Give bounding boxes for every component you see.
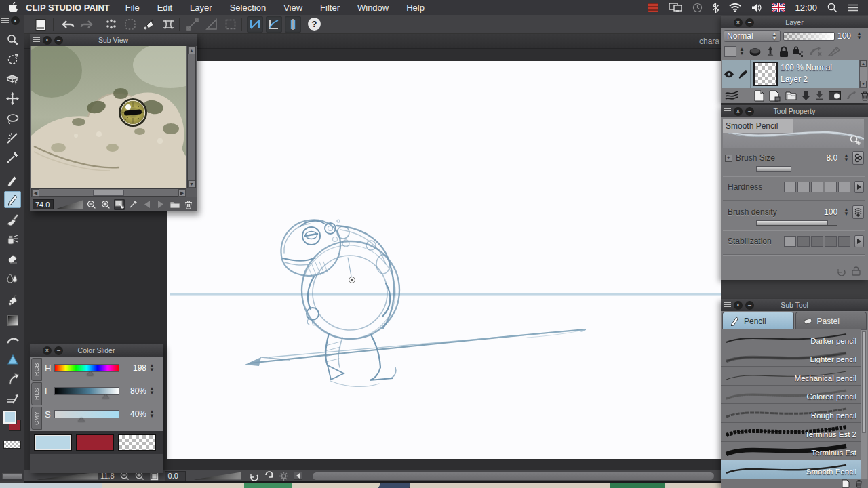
sub-view-zoom-slider[interactable] <box>56 200 83 209</box>
hue-stepper[interactable]: ▲▼ <box>149 364 155 372</box>
transparent-color-swatch[interactable] <box>3 441 21 449</box>
tool-property-menu-icon[interactable] <box>724 108 731 114</box>
blend-mode-dropdown[interactable]: Normal ▲▼ <box>724 30 781 42</box>
bluetooth-status-icon[interactable] <box>713 3 719 13</box>
lightness-value[interactable]: 80% <box>122 386 146 396</box>
scroll-right-arrow[interactable]: ▶ <box>178 189 186 197</box>
layer-color-stepper[interactable]: ▲▼ <box>739 47 745 56</box>
sub-view-minimize-icon[interactable]: – <box>54 36 63 45</box>
correct-line-tool[interactable] <box>4 390 21 407</box>
menu-help[interactable]: Help <box>397 3 433 13</box>
lightness-stepper[interactable]: ▲▼ <box>149 387 155 395</box>
color-slider-close-icon[interactable]: × <box>43 346 52 355</box>
straight-line-icon[interactable] <box>184 16 201 33</box>
menu-file[interactable]: File <box>117 3 149 13</box>
menu-filter[interactable]: Filter <box>311 3 349 13</box>
eyedropper-tool[interactable] <box>4 149 21 166</box>
saturation-value[interactable]: 40% <box>122 409 146 419</box>
deselect-icon[interactable] <box>122 16 138 33</box>
zoom-tool[interactable] <box>4 31 21 48</box>
rotate-canvas-tool[interactable] <box>4 51 21 68</box>
sub-view-close-icon[interactable]: × <box>43 36 52 45</box>
sub-view-prev-icon[interactable] <box>142 199 153 210</box>
stabilization-expand-button[interactable] <box>854 235 864 247</box>
color-slider-minimize-icon[interactable]: – <box>54 346 63 355</box>
opacity-slider[interactable] <box>783 32 835 41</box>
tool-property-close-icon[interactable]: × <box>734 107 743 116</box>
transparent-swatch-large[interactable] <box>118 434 156 451</box>
touch-gesture-icon[interactable] <box>103 16 119 33</box>
sub-tool-header[interactable]: × – Sub Tool <box>721 299 868 311</box>
sub-view-zoom-out-icon[interactable] <box>86 199 97 210</box>
airbrush-tool[interactable] <box>4 230 21 247</box>
move-page-tool[interactable] <box>4 70 21 87</box>
foreground-color-swatch-large[interactable] <box>34 434 72 451</box>
lock-icon[interactable] <box>779 46 789 58</box>
sub-view-next-icon[interactable] <box>155 199 166 210</box>
tab-rgb[interactable]: RGB <box>31 358 42 381</box>
brush-density-value[interactable]: 100 <box>824 207 837 217</box>
decoration-tool[interactable] <box>4 331 21 348</box>
lock-transparent-pixels-icon[interactable] <box>793 46 804 58</box>
sub-tool-menu-icon[interactable] <box>724 302 731 308</box>
hue-slider-handle[interactable] <box>87 371 94 375</box>
snap-to-grid-toggle[interactable] <box>285 16 301 33</box>
sub-view-horizontal-scrollbar[interactable]: ◀ ▶ <box>31 188 186 197</box>
scroll-thumb[interactable] <box>93 190 124 196</box>
sub-tool-item[interactable]: Colored pencil <box>721 386 861 405</box>
operation-tool[interactable] <box>4 371 21 388</box>
menu-view[interactable]: View <box>275 3 311 13</box>
figure-tool[interactable] <box>4 351 21 368</box>
sub-view-open-file-icon[interactable] <box>169 199 180 210</box>
selection-marquee-icon[interactable] <box>222 16 239 33</box>
displays-status-icon[interactable] <box>669 3 682 12</box>
layer-list-scrollbar[interactable]: ▲ ▼ <box>859 60 867 88</box>
sub-tool-scrollbar[interactable] <box>861 329 867 479</box>
sub-tool-item[interactable]: Darker pencil <box>721 329 861 348</box>
layer-scroll-down[interactable]: ▼ <box>860 81 867 87</box>
brush-density-stepper[interactable]: ▲▼ <box>844 208 849 216</box>
ruler-icon[interactable] <box>827 46 841 57</box>
new-canvas-icon[interactable] <box>33 16 49 33</box>
transform-icon[interactable] <box>160 16 176 33</box>
screen-recorder-status-icon[interactable] <box>648 3 658 12</box>
apple-menu-icon[interactable] <box>8 2 18 13</box>
rotation-slider[interactable] <box>194 472 241 480</box>
sub-view-zoom-in-icon[interactable] <box>100 199 111 210</box>
reset-tool-icon[interactable] <box>836 266 846 276</box>
menu-app-name[interactable]: CLIP STUDIO PAINT <box>26 3 110 13</box>
rotate-cw-icon[interactable] <box>264 471 275 481</box>
layer-mask-icon[interactable] <box>829 92 841 100</box>
auto-select-tool[interactable] <box>4 129 21 146</box>
sub-tool-scroll-thumb[interactable] <box>862 331 866 433</box>
layer-thumbnail[interactable] <box>753 62 778 86</box>
layer-name[interactable]: Layer 2 <box>781 74 832 85</box>
delete-sub-tool-icon[interactable] <box>855 479 863 488</box>
menu-edit[interactable]: Edit <box>149 3 181 13</box>
transfer-down-icon[interactable] <box>802 91 810 100</box>
color-slider-menu-icon[interactable] <box>33 348 40 353</box>
menu-clock[interactable]: 12:00 <box>795 3 817 13</box>
lightness-slider-handle[interactable] <box>102 394 109 399</box>
redo-icon[interactable] <box>79 16 95 33</box>
brush-size-dynamics-button[interactable] <box>852 151 864 165</box>
layer-palette-options-icon[interactable] <box>725 91 738 101</box>
brush-density-dynamics-button[interactable] <box>852 205 864 219</box>
foreground-color-swatch[interactable] <box>3 411 16 424</box>
tool-property-header[interactable]: × – Tool Property <box>721 105 868 117</box>
brush-size-slider-track[interactable] <box>756 171 837 171</box>
brush-size-stepper[interactable]: ▲▼ <box>844 154 849 162</box>
opacity-value[interactable]: 100 <box>837 31 851 41</box>
wifi-status-icon[interactable] <box>729 3 741 12</box>
reference-layer-icon[interactable] <box>808 46 823 57</box>
palette-close-icon[interactable]: × <box>11 16 20 25</box>
color-slider-header[interactable]: × – Color Slider <box>30 344 163 357</box>
fill-bucket-tool[interactable] <box>4 292 21 309</box>
sub-view-reference-image[interactable] <box>31 46 186 188</box>
hardness-expand-button[interactable] <box>854 181 864 193</box>
sub-view-header[interactable]: × – Sub View <box>30 34 197 46</box>
rotate-ccw-icon[interactable] <box>249 471 260 481</box>
sub-tool-close-icon[interactable]: × <box>734 301 743 310</box>
add-sub-tool-icon[interactable] <box>842 479 850 488</box>
tool-property-minimize-icon[interactable]: – <box>745 107 754 116</box>
